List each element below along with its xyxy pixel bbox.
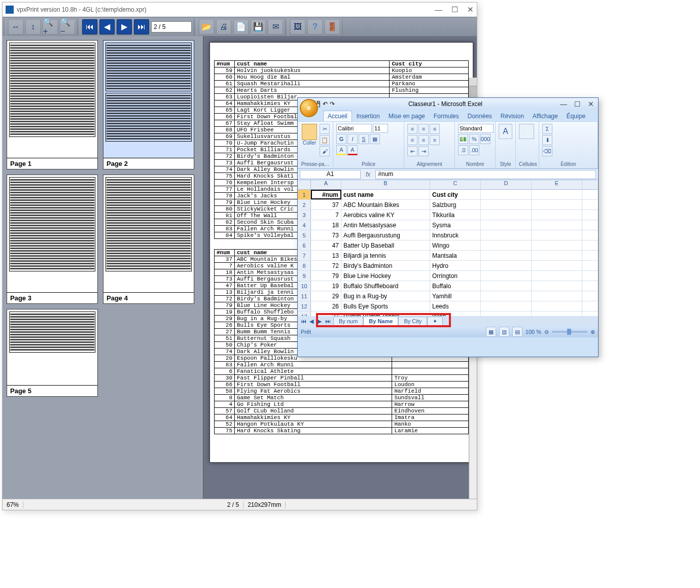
sheet-tab[interactable]: By Name	[363, 317, 398, 326]
thumbnail[interactable]: Page 2	[103, 40, 194, 169]
fill-color-button[interactable]: A	[336, 145, 346, 155]
prev-page-button[interactable]: ◀	[99, 19, 115, 34]
formula-input[interactable]: #num	[375, 170, 596, 179]
zoom-in-button[interactable]: ⊕	[590, 329, 595, 335]
bold-button[interactable]: G	[336, 134, 346, 144]
table-row[interactable]: 1129Bug in a Rug-byYamhill	[298, 291, 598, 301]
excel-maximize-button[interactable]: ☐	[574, 100, 581, 108]
zoom-in-button[interactable]: 🔍+	[43, 19, 58, 34]
view-normal-button[interactable]: ▦	[486, 327, 496, 337]
spreadsheet-grid[interactable]: ABCDE1#numcust nameCust city237ABC Mount…	[298, 180, 598, 316]
cells-button[interactable]	[519, 124, 534, 139]
first-page-button[interactable]: ⏮	[82, 19, 97, 34]
table-row[interactable]: 713Biljardi ja tennisMantsala	[298, 251, 598, 261]
fit-height-button[interactable]: ↕	[25, 19, 41, 34]
align-left-button[interactable]: ≡	[407, 135, 417, 145]
font-name-input[interactable]	[336, 124, 372, 133]
indent-dec-button[interactable]: ⇤	[407, 146, 417, 156]
fx-icon[interactable]: fx	[363, 171, 373, 178]
thumbnail[interactable]: Page 4	[103, 175, 194, 304]
sheet-tab[interactable]: By City	[398, 317, 427, 326]
dec-decimal-button[interactable]: .00	[469, 145, 479, 155]
minimize-button[interactable]: —	[435, 5, 442, 14]
mail-button[interactable]: ✉	[268, 19, 283, 34]
table-row[interactable]: 1226Bulls Eye SportsLeeds	[298, 301, 598, 312]
qat-redo-icon[interactable]: ↷	[330, 100, 335, 108]
align-bottom-button[interactable]: ≡	[430, 124, 440, 134]
indent-inc-button[interactable]: ⇥	[418, 146, 429, 156]
column-header[interactable]: B	[341, 180, 430, 189]
ribbon-tab[interactable]: Accueil	[323, 111, 352, 121]
view-layout-button[interactable]: ▥	[499, 327, 509, 337]
border-button[interactable]: ▦	[370, 134, 380, 144]
font-color-button[interactable]: A	[347, 145, 358, 155]
autosum-button[interactable]: Σ	[542, 124, 552, 134]
table-row[interactable]: 1#numcust nameCust city	[298, 190, 598, 200]
copy-icon[interactable]: 📋	[320, 135, 330, 145]
ribbon-tab[interactable]: Révision	[497, 111, 528, 121]
sheet-nav-last[interactable]: ⏭	[324, 318, 331, 325]
open-button[interactable]: 📂	[199, 19, 214, 34]
paste-icon[interactable]	[302, 124, 317, 140]
table-row[interactable]: 237ABC Mountain BikesSalzburg	[298, 200, 598, 210]
sheet-nav-first[interactable]: ⏮	[300, 318, 307, 325]
column-header[interactable]: E	[532, 180, 582, 189]
column-header[interactable]: D	[481, 180, 532, 189]
maximize-button[interactable]: ☐	[451, 5, 458, 14]
last-page-button[interactable]: ⏭	[134, 19, 149, 34]
inc-decimal-button[interactable]: .0	[458, 145, 468, 155]
sheet-tab[interactable]: By num	[333, 317, 363, 326]
underline-button[interactable]: S	[359, 134, 369, 144]
close-button[interactable]: ✕	[467, 5, 474, 14]
view-break-button[interactable]: ▤	[512, 327, 522, 337]
table-row[interactable]: 1327Bumm Bumm TennisWien	[298, 312, 598, 316]
italic-button[interactable]: I	[347, 134, 358, 144]
ribbon-tab[interactable]: Formules	[430, 111, 463, 121]
comma-button[interactable]: 000	[480, 134, 491, 144]
ribbon-tab[interactable]: Mise en page	[384, 111, 429, 121]
help-button[interactable]: ?	[307, 19, 323, 34]
print-button[interactable]: 🖨	[216, 19, 231, 34]
table-row[interactable]: 979Blue Line HockeyOrrington	[298, 271, 598, 281]
office-button[interactable]: ⊞	[300, 99, 318, 117]
table-row[interactable]: 37Aerobics valine KYTikkurila	[298, 210, 598, 220]
thumbnail[interactable]: Page 3	[7, 175, 98, 304]
fit-width-button[interactable]: ↔	[8, 19, 23, 34]
align-center-button[interactable]: ≡	[418, 135, 429, 145]
excel-close-button[interactable]: ✕	[588, 100, 594, 108]
format-painter-icon[interactable]: 🖌	[320, 146, 330, 156]
exit-button[interactable]: 🚪	[325, 19, 340, 34]
thumbnail[interactable]: Page 5	[7, 309, 98, 397]
table-row[interactable]: 1019Buffalo ShuffleboardBuffalo	[298, 281, 598, 291]
number-format-select[interactable]	[458, 124, 494, 133]
ribbon-tab[interactable]: Affichage	[529, 111, 562, 121]
image-button[interactable]: 🖼	[290, 19, 305, 34]
table-row[interactable]: 418Antin MetsastysaseSysma	[298, 220, 598, 230]
styles-button[interactable]: A	[499, 124, 512, 139]
currency-button[interactable]: 💵	[458, 134, 468, 144]
table-row[interactable]: 872Birdy's BadmintonHydro	[298, 261, 598, 271]
fill-button[interactable]: ⬇	[542, 135, 552, 145]
save-button[interactable]: 💾	[251, 19, 266, 34]
table-row[interactable]: 647Batter Up BaseballWingo	[298, 240, 598, 251]
sheet-nav-prev[interactable]: ◀	[308, 318, 315, 325]
column-header[interactable]: C	[430, 180, 481, 189]
percent-button[interactable]: %	[469, 134, 479, 144]
page-input[interactable]	[151, 21, 192, 32]
excel-minimize-button[interactable]: —	[560, 100, 567, 108]
new-sheet-button[interactable]: ✦	[427, 317, 443, 326]
new-button[interactable]: 📄	[233, 19, 249, 34]
ribbon-tab[interactable]: Données	[464, 111, 496, 121]
column-header[interactable]: A	[311, 180, 341, 189]
align-right-button[interactable]: ≡	[430, 135, 440, 145]
zoom-out-button[interactable]: 🔍−	[60, 19, 75, 34]
name-box[interactable]: A1	[300, 170, 361, 179]
qat-undo-icon[interactable]: ↶	[323, 100, 328, 108]
sheet-nav-next[interactable]: ▶	[316, 318, 323, 325]
zoom-out-button[interactable]: ⊖	[544, 329, 549, 335]
ribbon-tab[interactable]: Équipe	[563, 111, 589, 121]
thumbnail[interactable]: Page 1	[7, 40, 98, 169]
font-size-input[interactable]	[373, 124, 388, 133]
cut-icon[interactable]: ✂	[320, 124, 330, 134]
table-row[interactable]: 573Auffi BergausrustungInnsbruck	[298, 230, 598, 240]
